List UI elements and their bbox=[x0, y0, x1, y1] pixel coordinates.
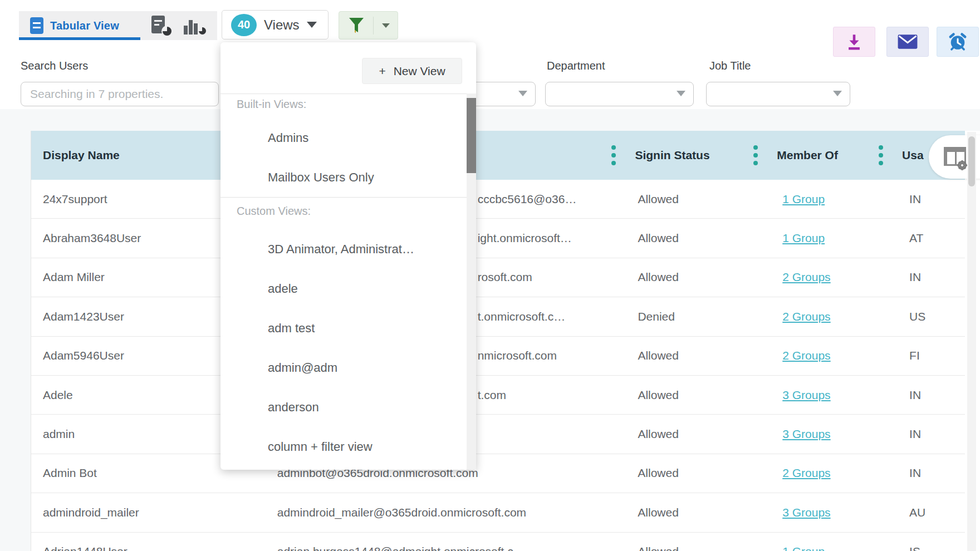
table-row[interactable]: Adrian1448User adrian.burgess1448@admeig… bbox=[31, 533, 965, 551]
filter-caret-button[interactable] bbox=[374, 23, 398, 28]
groups-link[interactable]: 2 Groups bbox=[782, 310, 830, 323]
cell-usage-location: IN bbox=[874, 270, 965, 284]
panel-scrollbar-thumb[interactable] bbox=[467, 98, 476, 173]
export-download-button[interactable] bbox=[833, 27, 875, 57]
panel-divider bbox=[220, 197, 467, 198]
document-icon bbox=[30, 17, 43, 34]
cell-upn: adrian.burgess1448@admeight.onmicrosoft.… bbox=[277, 545, 607, 551]
cell-member-of: 3 Groups bbox=[749, 388, 874, 402]
groups-link[interactable]: 3 Groups bbox=[782, 506, 830, 519]
cell-member-of: 2 Groups bbox=[749, 310, 874, 323]
job-title-select[interactable] bbox=[706, 82, 850, 106]
chevron-down-icon bbox=[307, 22, 317, 28]
view-item[interactable]: adm test bbox=[220, 308, 467, 348]
schedule-alarm-button[interactable] bbox=[937, 27, 979, 57]
views-count-badge: 40 bbox=[231, 14, 257, 36]
cell-usage-location: IS bbox=[874, 545, 965, 551]
table-row[interactable]: admin Allowed 3 Groups IN bbox=[31, 415, 965, 454]
groups-link[interactable]: 2 Groups bbox=[782, 466, 830, 479]
table-row[interactable]: Adam5946User nmicrosoft.com Allowed 2 Gr… bbox=[31, 337, 965, 376]
department-label: Department bbox=[547, 60, 605, 72]
cell-usage-location: IN bbox=[874, 427, 965, 441]
table-body: 24x7support cccbc5616@o36… Allowed 1 Gro… bbox=[31, 180, 965, 551]
groups-link[interactable]: 3 Groups bbox=[782, 427, 830, 440]
filter-split-button[interactable] bbox=[339, 11, 398, 40]
cell-usage-location: AU bbox=[874, 506, 965, 519]
table-row[interactable]: 24x7support cccbc5616@o36… Allowed 1 Gro… bbox=[31, 180, 965, 219]
col-header-signin-status[interactable]: Signin Status bbox=[607, 145, 749, 165]
col-header-label: Usa bbox=[902, 149, 924, 162]
cell-member-of: 2 Groups bbox=[749, 349, 874, 362]
cell-member-of: 3 Groups bbox=[749, 506, 874, 519]
custom-views-list: 3D Animator, Administrat…adeleadm testad… bbox=[220, 229, 467, 466]
views-dropdown-button[interactable]: 40 Views bbox=[222, 10, 329, 40]
cell-member-of: 2 Groups bbox=[749, 270, 874, 284]
scrollbar-thumb[interactable] bbox=[968, 136, 975, 186]
col-header-label: Member Of bbox=[777, 149, 838, 162]
cell-upn: admindroid_mailer@o365droid.onmicrosoft.… bbox=[277, 506, 607, 519]
cell-display-name: admindroid_mailer bbox=[31, 506, 277, 519]
col-header-member-of[interactable]: Member Of bbox=[749, 145, 874, 165]
kebab-menu-icon[interactable] bbox=[753, 145, 758, 165]
panel-divider bbox=[220, 94, 467, 94]
table-row[interactable]: Adam Miller rosoft.com Allowed 2 Groups … bbox=[31, 258, 965, 297]
table-header-row: Display Name Signin Status Member Of Usa bbox=[31, 131, 965, 180]
view-tabstrip: Tabular View bbox=[19, 11, 217, 40]
chevron-down-icon bbox=[382, 23, 390, 28]
mail-icon bbox=[897, 33, 918, 51]
groups-link[interactable]: 1 Group bbox=[782, 545, 825, 551]
view-item[interactable]: Mailbox Users Only bbox=[220, 158, 467, 197]
cell-signin-status: Denied bbox=[607, 310, 749, 323]
view-item[interactable]: adele bbox=[220, 269, 467, 308]
job-title-label: Job Title bbox=[709, 60, 751, 72]
filter-icon[interactable] bbox=[339, 17, 374, 35]
view-item[interactable]: admin@adm bbox=[220, 348, 467, 387]
table-row[interactable]: admindroid_mailer admindroid_mailer@o365… bbox=[31, 493, 965, 532]
search-input[interactable] bbox=[21, 82, 218, 106]
table-row[interactable]: Admin Bot adminbot@o365droid.onmicrosoft… bbox=[31, 454, 965, 493]
email-report-button[interactable] bbox=[886, 27, 929, 57]
builtin-views-list: AdminsMailbox Users Only bbox=[220, 118, 467, 197]
groups-link[interactable]: 1 Group bbox=[782, 232, 825, 244]
groups-link[interactable]: 2 Groups bbox=[782, 270, 830, 283]
panel-scrollbar[interactable] bbox=[467, 94, 476, 470]
cell-member-of: 1 Group bbox=[749, 193, 874, 206]
table-row[interactable]: Adam1423User t.onmicrosoft.c… Denied 2 G… bbox=[31, 297, 965, 336]
kebab-menu-icon[interactable] bbox=[879, 145, 883, 165]
view-item[interactable]: column + filter view bbox=[220, 427, 467, 466]
builtin-views-title: Built-in Views: bbox=[237, 98, 306, 111]
tab-label: Tabular View bbox=[50, 19, 119, 32]
download-icon bbox=[845, 32, 864, 52]
cell-usage-location: FI bbox=[874, 349, 965, 362]
new-view-button[interactable]: + New View bbox=[362, 58, 462, 84]
cell-signin-status: Allowed bbox=[607, 349, 749, 362]
groups-link[interactable]: 3 Groups bbox=[782, 388, 830, 401]
views-dropdown-panel: + New View Built-in Views: AdminsMailbox… bbox=[220, 42, 476, 470]
groups-link[interactable]: 1 Group bbox=[782, 193, 825, 205]
cell-display-name: Adrian1448User bbox=[31, 545, 277, 551]
vertical-scrollbar[interactable] bbox=[967, 132, 976, 551]
cell-member-of: 1 Group bbox=[749, 545, 874, 551]
select-caret-icon bbox=[833, 91, 842, 96]
col-header-label: Signin Status bbox=[635, 149, 709, 162]
cell-member-of: 2 Groups bbox=[749, 466, 874, 480]
cell-signin-status: Allowed bbox=[607, 506, 749, 519]
cell-usage-location: IN bbox=[874, 466, 965, 480]
col-header-label: Display Name bbox=[43, 149, 120, 162]
toolbar-table-gap bbox=[0, 109, 980, 131]
department-select[interactable] bbox=[545, 82, 694, 106]
tab-tabular-view[interactable]: Tabular View bbox=[19, 11, 140, 40]
search-users-label: Search Users bbox=[21, 60, 88, 72]
table-row[interactable]: Abraham3648User ight.onmicrosoft… Allowe… bbox=[31, 219, 965, 258]
kebab-menu-icon[interactable] bbox=[611, 145, 616, 165]
view-item[interactable]: 3D Animator, Administrat… bbox=[220, 229, 467, 269]
chart-view-icon[interactable] bbox=[182, 14, 207, 37]
cell-usage-location: AT bbox=[874, 232, 965, 245]
report-view-icon[interactable] bbox=[148, 14, 174, 37]
groups-link[interactable]: 2 Groups bbox=[782, 349, 830, 362]
cell-signin-status: Allowed bbox=[607, 388, 749, 402]
view-item[interactable]: Admins bbox=[220, 118, 467, 158]
table-row[interactable]: Adele t.com Allowed 3 Groups IN bbox=[31, 376, 965, 415]
alarm-clock-icon bbox=[948, 32, 968, 52]
view-item[interactable]: anderson bbox=[220, 387, 467, 427]
